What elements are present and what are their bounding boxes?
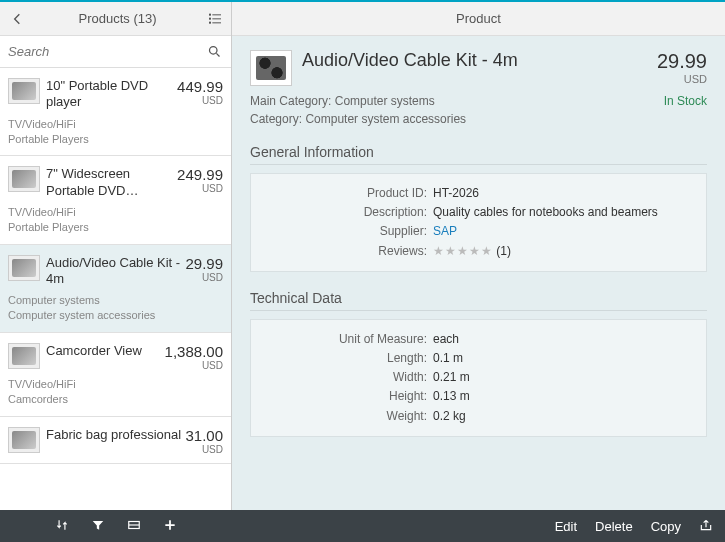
item-meta: Computer systemsComputer system accessor… bbox=[8, 293, 223, 324]
item-currency: USD bbox=[177, 95, 223, 106]
detail-header: Product bbox=[232, 2, 725, 36]
item-name: Audio/Video Cable Kit - 4m bbox=[46, 255, 185, 288]
thumbnail bbox=[8, 427, 40, 453]
price-block: 29.99 USD bbox=[657, 50, 707, 85]
master-title: Products (13) bbox=[36, 11, 199, 26]
list-item[interactable]: Fabric bag professional31.00USD bbox=[0, 417, 231, 464]
item-name: Camcorder View bbox=[46, 343, 165, 359]
item-name: 7" Widescreen Portable DVD… bbox=[46, 166, 177, 199]
item-price-block: 1,388.00USD bbox=[165, 343, 223, 371]
sort-button[interactable] bbox=[55, 518, 69, 535]
list-item[interactable]: Camcorder View1,388.00USDTV/Video/HiFiCa… bbox=[0, 333, 231, 417]
search-input[interactable] bbox=[8, 44, 205, 59]
list-item[interactable]: 10" Portable DVD player449.99USDTV/Video… bbox=[0, 68, 231, 156]
width-label: Width: bbox=[263, 368, 433, 387]
main-category-row: Main Category: Computer systems In Stock bbox=[250, 94, 707, 108]
thumbnail bbox=[8, 255, 40, 281]
weight-label: Weight: bbox=[263, 407, 433, 426]
footer-left bbox=[0, 518, 232, 535]
copy-button[interactable]: Copy bbox=[651, 519, 681, 534]
group-icon bbox=[127, 518, 141, 532]
list-item[interactable]: Audio/Video Cable Kit - 4m29.99USDComput… bbox=[0, 245, 231, 333]
description-label: Description: bbox=[263, 203, 433, 222]
item-price-block: 249.99USD bbox=[177, 166, 223, 194]
footer-right: Edit Delete Copy bbox=[232, 518, 725, 535]
back-arrow-icon bbox=[10, 11, 26, 27]
item-meta: TV/Video/HiFiPortable Players bbox=[8, 205, 223, 236]
item-name: Fabric bag professional bbox=[46, 427, 185, 443]
delete-button[interactable]: Delete bbox=[595, 519, 633, 534]
item-price-block: 449.99USD bbox=[177, 78, 223, 106]
filter-icon bbox=[91, 518, 105, 532]
svg-rect-4 bbox=[209, 21, 211, 23]
item-meta: TV/Video/HiFiCamcorders bbox=[8, 377, 223, 408]
product-currency: USD bbox=[657, 73, 707, 85]
item-meta: TV/Video/HiFiPortable Players bbox=[8, 117, 223, 148]
item-price: 1,388.00 bbox=[165, 343, 223, 360]
detail-panel: Product Audio/Video Cable Kit - 4m 29.99… bbox=[232, 2, 725, 510]
product-id-label: Product ID: bbox=[263, 184, 433, 203]
width-value: 0.21 m bbox=[433, 368, 470, 387]
svg-rect-1 bbox=[212, 14, 221, 15]
search-row bbox=[0, 36, 231, 68]
technical-data-panel: Unit of Measure:each Length:0.1 m Width:… bbox=[250, 319, 707, 437]
stock-status: In Stock bbox=[664, 94, 707, 108]
list-grid-icon bbox=[207, 11, 223, 27]
search-icon[interactable] bbox=[205, 43, 223, 61]
item-currency: USD bbox=[185, 272, 223, 283]
reviews-label: Reviews: bbox=[263, 242, 433, 261]
divider bbox=[250, 164, 707, 165]
product-price: 29.99 bbox=[657, 50, 707, 73]
product-title: Audio/Video Cable Kit - 4m bbox=[302, 50, 657, 71]
reviews-value: ★★★★★ (1) bbox=[433, 242, 511, 261]
svg-rect-0 bbox=[209, 13, 211, 15]
item-currency: USD bbox=[165, 360, 223, 371]
product-list: 10" Portable DVD player449.99USDTV/Video… bbox=[0, 68, 231, 510]
height-value: 0.13 m bbox=[433, 387, 470, 406]
divider bbox=[250, 310, 707, 311]
footer-bar: Edit Delete Copy bbox=[0, 510, 725, 542]
svg-rect-5 bbox=[212, 22, 221, 23]
supplier-link[interactable]: SAP bbox=[433, 222, 457, 241]
svg-line-7 bbox=[216, 53, 219, 56]
plus-icon bbox=[163, 518, 177, 532]
section-technical-title: Technical Data bbox=[250, 290, 707, 306]
length-value: 0.1 m bbox=[433, 349, 463, 368]
product-image bbox=[250, 50, 292, 86]
description-value: Quality cables for notebooks and beamers bbox=[433, 203, 658, 222]
split-content: Products (13) 10" Portable DVD player449… bbox=[0, 2, 725, 510]
thumbnail bbox=[8, 78, 40, 104]
general-info-panel: Product ID:HT-2026 Description:Quality c… bbox=[250, 173, 707, 272]
add-button[interactable] bbox=[163, 518, 177, 535]
item-currency: USD bbox=[177, 183, 223, 194]
main-category-value: Computer systems bbox=[335, 94, 435, 108]
master-panel: Products (13) 10" Portable DVD player449… bbox=[0, 2, 232, 510]
detail-head-row: Audio/Video Cable Kit - 4m 29.99 USD bbox=[250, 50, 707, 86]
sort-icon bbox=[55, 518, 69, 532]
category-label: Category: bbox=[250, 112, 302, 126]
thumbnail bbox=[8, 166, 40, 192]
item-price-block: 31.00USD bbox=[185, 427, 223, 455]
item-name: 10" Portable DVD player bbox=[46, 78, 177, 111]
item-price: 31.00 bbox=[185, 427, 223, 444]
edit-button[interactable]: Edit bbox=[555, 519, 577, 534]
view-toggle-button[interactable] bbox=[199, 11, 231, 27]
uom-label: Unit of Measure: bbox=[263, 330, 433, 349]
item-price: 249.99 bbox=[177, 166, 223, 183]
list-item[interactable]: 7" Widescreen Portable DVD…249.99USDTV/V… bbox=[0, 156, 231, 244]
length-label: Length: bbox=[263, 349, 433, 368]
filter-button[interactable] bbox=[91, 518, 105, 535]
main-category-label: Main Category: bbox=[250, 94, 331, 108]
reviews-count: (1) bbox=[496, 244, 511, 258]
app-root: Products (13) 10" Portable DVD player449… bbox=[0, 0, 725, 542]
height-label: Height: bbox=[263, 387, 433, 406]
master-header: Products (13) bbox=[0, 2, 231, 36]
product-id-value: HT-2026 bbox=[433, 184, 479, 203]
svg-rect-2 bbox=[209, 17, 211, 19]
back-button[interactable] bbox=[0, 11, 36, 27]
item-price-block: 29.99USD bbox=[185, 255, 223, 283]
weight-value: 0.2 kg bbox=[433, 407, 466, 426]
group-button[interactable] bbox=[127, 518, 141, 535]
share-button[interactable] bbox=[699, 518, 713, 535]
star-rating-icon: ★★★★★ bbox=[433, 244, 493, 258]
